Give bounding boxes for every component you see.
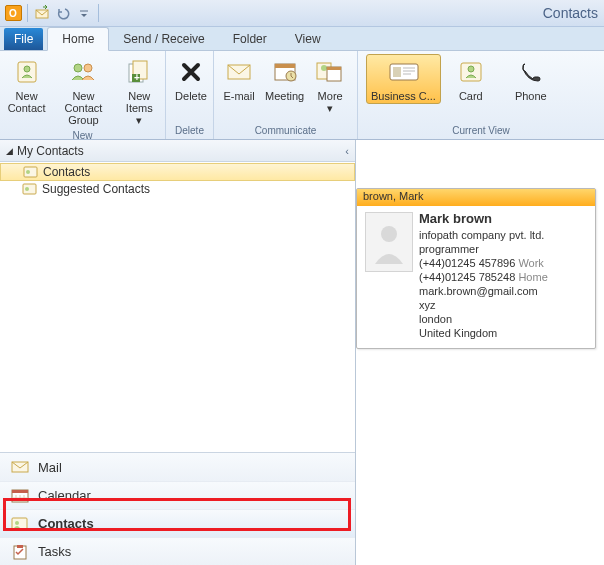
group-delete-label: Delete bbox=[166, 123, 213, 139]
tree-item-label: Contacts bbox=[43, 165, 90, 179]
new-contact-button[interactable]: NewContact bbox=[4, 54, 49, 116]
ribbon: NewContact New ContactGroup + NewItems ▾… bbox=[0, 51, 604, 140]
contacts-folder-icon bbox=[22, 182, 38, 196]
tasks-icon bbox=[10, 543, 30, 561]
new-contact-icon bbox=[11, 56, 43, 88]
email-icon bbox=[223, 56, 255, 88]
more-icon bbox=[314, 56, 346, 88]
svg-point-27 bbox=[25, 187, 29, 191]
delete-button[interactable]: Delete bbox=[170, 54, 212, 104]
minimize-pane-icon[interactable]: ‹ bbox=[345, 145, 349, 157]
nav-calendar-label: Calendar bbox=[38, 488, 91, 503]
nav-tasks-label: Tasks bbox=[38, 544, 71, 559]
qat-customize-icon[interactable] bbox=[75, 4, 93, 22]
meeting-icon bbox=[269, 56, 301, 88]
nav-calendar[interactable]: Calendar bbox=[0, 481, 355, 509]
business-card[interactable]: brown, Mark Mark brown infopath company … bbox=[356, 188, 596, 349]
svg-point-36 bbox=[15, 521, 19, 525]
main-area: ◢ My Contacts ‹ Contacts Suggested Conta… bbox=[0, 140, 604, 565]
contact-phone-home: (+44)01245 785248 Home bbox=[419, 270, 548, 284]
svg-rect-26 bbox=[23, 184, 36, 194]
nav-header-my-contacts[interactable]: ◢ My Contacts ‹ bbox=[0, 140, 355, 162]
svg-text:+: + bbox=[134, 72, 140, 83]
svg-point-25 bbox=[26, 170, 30, 174]
tab-folder[interactable]: Folder bbox=[219, 28, 281, 50]
undo-icon[interactable] bbox=[54, 4, 72, 22]
more-label: More▾ bbox=[318, 90, 343, 114]
window-title: Contacts bbox=[543, 5, 598, 21]
meeting-button[interactable]: Meeting bbox=[260, 54, 309, 104]
new-items-button[interactable]: + NewItems ▾ bbox=[118, 54, 161, 128]
calendar-icon bbox=[10, 487, 30, 505]
contact-addr1: xyz bbox=[419, 298, 548, 312]
tree-item-label: Suggested Contacts bbox=[42, 182, 150, 196]
tab-send-receive[interactable]: Send / Receive bbox=[109, 28, 218, 50]
new-contact-group-button[interactable]: New ContactGroup bbox=[49, 54, 117, 128]
contact-company: infopath company pvt. ltd. bbox=[419, 228, 548, 242]
contact-name: Mark brown bbox=[419, 212, 548, 226]
contact-title: programmer bbox=[419, 242, 548, 256]
new-items-icon: + bbox=[123, 56, 155, 88]
new-items-label: NewItems ▾ bbox=[123, 90, 156, 126]
email-button[interactable]: E-mail bbox=[218, 54, 260, 104]
folder-tree: Contacts Suggested Contacts bbox=[0, 162, 355, 200]
nav-tasks[interactable]: Tasks bbox=[0, 537, 355, 565]
svg-point-14 bbox=[321, 65, 327, 71]
svg-rect-24 bbox=[24, 167, 37, 177]
nav-contacts[interactable]: Contacts bbox=[0, 509, 355, 537]
tree-item-contacts[interactable]: Contacts bbox=[0, 163, 355, 181]
new-contact-label: NewContact bbox=[8, 90, 46, 114]
svg-rect-16 bbox=[327, 67, 341, 70]
view-phone-button[interactable]: Phone bbox=[501, 54, 561, 104]
business-card-label: Business C... bbox=[371, 90, 436, 102]
expand-collapse-icon: ◢ bbox=[6, 146, 13, 156]
svg-point-2 bbox=[24, 66, 30, 72]
meeting-label: Meeting bbox=[265, 90, 304, 102]
contact-addr3: United Kingdom bbox=[419, 326, 548, 340]
tab-view[interactable]: View bbox=[281, 28, 335, 50]
card-icon bbox=[455, 56, 487, 88]
svg-rect-30 bbox=[12, 490, 28, 493]
svg-rect-35 bbox=[12, 518, 27, 530]
view-business-card-button[interactable]: Business C... bbox=[366, 54, 441, 104]
nav-contacts-label: Contacts bbox=[38, 516, 94, 531]
svg-point-23 bbox=[468, 66, 474, 72]
phone-label: Phone bbox=[515, 90, 547, 102]
ribbon-tabs: File Home Send / Receive Folder View bbox=[0, 27, 604, 51]
contacts-icon bbox=[10, 515, 30, 533]
group-communicate-label: Communicate bbox=[214, 123, 357, 139]
contact-phone-work: (+44)01245 457896 Work bbox=[419, 256, 548, 270]
delete-icon bbox=[175, 56, 207, 88]
email-label: E-mail bbox=[223, 90, 254, 102]
svg-point-4 bbox=[84, 64, 92, 72]
contact-email: mark.brown@gmail.com bbox=[419, 284, 548, 298]
business-card-icon bbox=[387, 56, 419, 88]
business-card-info: Mark brown infopath company pvt. ltd. pr… bbox=[419, 212, 548, 340]
navigation-pane: ◢ My Contacts ‹ Contacts Suggested Conta… bbox=[0, 140, 356, 565]
svg-rect-18 bbox=[393, 67, 401, 77]
view-card-button[interactable]: Card bbox=[441, 54, 501, 104]
tree-item-suggested-contacts[interactable]: Suggested Contacts bbox=[0, 180, 355, 198]
svg-point-39 bbox=[381, 226, 397, 242]
new-contact-group-label: New ContactGroup bbox=[54, 90, 112, 126]
contacts-folder-icon bbox=[23, 165, 39, 179]
nav-header-label: My Contacts bbox=[17, 144, 84, 158]
card-label: Card bbox=[459, 90, 483, 102]
contact-addr2: london bbox=[419, 312, 548, 326]
more-button[interactable]: More▾ bbox=[309, 54, 351, 116]
title-bar: O Contacts bbox=[0, 0, 604, 27]
content-area: brown, Mark Mark brown infopath company … bbox=[356, 140, 604, 565]
mail-icon bbox=[10, 458, 30, 476]
nav-buttons: Mail Calendar Contacts Tasks bbox=[0, 452, 355, 565]
tab-home[interactable]: Home bbox=[47, 27, 109, 51]
phone-icon bbox=[515, 56, 547, 88]
send-receive-qat-icon[interactable] bbox=[33, 4, 51, 22]
tab-file[interactable]: File bbox=[4, 28, 43, 50]
svg-rect-11 bbox=[275, 64, 295, 68]
nav-mail-label: Mail bbox=[38, 460, 62, 475]
quick-access-toolbar: O bbox=[4, 4, 101, 22]
group-current-view-label: Current View bbox=[358, 123, 604, 139]
outlook-logo-icon: O bbox=[4, 4, 22, 22]
nav-mail[interactable]: Mail bbox=[0, 453, 355, 481]
new-contact-group-icon bbox=[67, 56, 99, 88]
